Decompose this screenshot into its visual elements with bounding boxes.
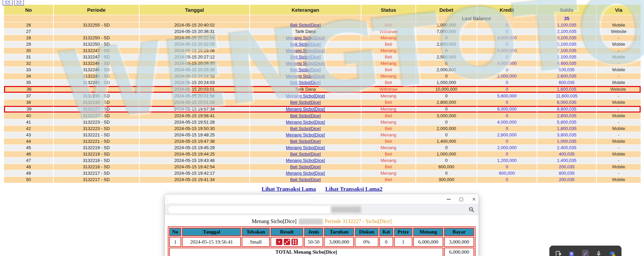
cell-via: -	[597, 132, 641, 138]
zoom-search-icon[interactable]	[468, 207, 475, 214]
bet-column-header-kei: Kei	[379, 228, 393, 236]
minimize-icon[interactable]	[447, 199, 451, 200]
keterangan-link[interactable]: Menang Sicbo[Dice]	[286, 93, 325, 98]
cell-saldo: 7,100,035	[537, 48, 597, 54]
table-row: 303132247 - SD2024-05-15 20:28:06Menang …	[4, 48, 641, 54]
teams-icon[interactable]: T	[568, 250, 575, 256]
folder-warning-icon[interactable]: !	[609, 250, 616, 256]
cell-via: Mobile	[597, 138, 641, 144]
cell-periode: 3132247 - SD	[54, 54, 140, 60]
cell-kredit: 2,000,000	[477, 145, 537, 151]
cell-kredit: 0	[477, 177, 537, 183]
keterangan-link[interactable]: Menang Sicbo[Dice]	[286, 120, 325, 125]
cell-via: -	[597, 158, 641, 164]
close-icon[interactable]: ✕	[472, 197, 476, 202]
cell-via: Mobile	[597, 126, 641, 132]
floating-toolbar: T !	[549, 246, 622, 256]
keterangan-link[interactable]: Beli Sicbo[Dice]	[290, 100, 320, 105]
cell-no: 33	[4, 67, 54, 73]
keterangan-link[interactable]: Beli Sicbo[Dice]	[290, 80, 320, 85]
popup-titlebar[interactable]: ✕	[165, 194, 479, 204]
cell-no: 37	[4, 93, 54, 99]
cell-keterangan: Beli Sicbo[Dice]	[250, 54, 361, 60]
keterangan-link[interactable]: Menang Sicbo[Dice]	[286, 158, 325, 163]
cell-tanggal: 2024-05-15 19:50:30	[140, 126, 250, 132]
cell-kredit: 0	[477, 164, 537, 170]
cell-tanggal: 2024-05-15 20:32:59	[140, 35, 250, 41]
table-row: 453132219 - SD2024-05-15 19:45:29Menang …	[4, 145, 641, 151]
keterangan-link[interactable]: Beli Sicbo[Dice]	[290, 126, 320, 131]
die-1-icon	[276, 239, 283, 245]
bet-column-header-no: No	[169, 228, 181, 236]
cell-debet: 7,000,000	[416, 29, 477, 35]
cell-keterangan: Menang Sicbo[Dice]	[250, 158, 361, 164]
address-bar[interactable]	[168, 206, 356, 213]
cell-kredit: 0	[477, 41, 537, 47]
keterangan-link[interactable]: Beli Sicbo[Dice]	[290, 139, 320, 144]
keterangan-link[interactable]: Menang Sicbo[Dice]	[286, 35, 325, 40]
keterangan-link[interactable]: Beli Sicbo[Dice]	[290, 23, 320, 28]
cell-debet: 0	[416, 106, 477, 113]
cell-periode: 3132221 - SD	[54, 132, 140, 138]
cell-saldo: 11,600,035	[537, 93, 597, 99]
footer-link-2[interactable]: Lihat Transaksi Lama2	[325, 186, 382, 192]
cell-keterangan: Beli Sicbo[Dice]	[250, 177, 361, 183]
cell-saldo: 5,100,035	[537, 41, 597, 47]
cell-no: 41	[4, 119, 54, 125]
cell-kredit: 0	[477, 80, 537, 86]
cell-tanggal: 2024-05-15 20:26:30	[140, 60, 250, 67]
keterangan-link[interactable]: Beli Sicbo[Dice]	[290, 67, 320, 72]
cell-saldo: 8,800,035	[537, 106, 597, 113]
cell-keterangan: Tarik Dana	[250, 86, 361, 93]
cell-keterangan: Beli Sicbo[Dice]	[250, 67, 361, 73]
keterangan-link[interactable]: Menang Sicbo[Dice]	[286, 61, 325, 66]
cell-keterangan: Beli Sicbo[Dice]	[250, 99, 361, 105]
cell-debet: 0	[416, 35, 477, 41]
cell-saldo: 3,800,035	[537, 132, 597, 138]
cell-no: 42	[4, 126, 54, 132]
keterangan-link[interactable]: Beli Sicbo[Dice]	[290, 113, 320, 118]
cell-saldo: 6,000,035	[537, 99, 597, 105]
cell-status: Menang	[361, 106, 416, 113]
keterangan-link[interactable]: Beli Sicbo[Dice]	[290, 164, 320, 169]
keterangan-link[interactable]: Beli Sicbo[Dice]	[290, 152, 320, 157]
cell-keterangan: Beli Sicbo[Dice]	[250, 126, 361, 132]
table-row: 463132219 - SD2024-05-15 19:44:25Beli Si…	[4, 151, 641, 157]
cell-no: 30	[4, 48, 54, 54]
cell-debet: 600,000	[416, 164, 477, 170]
restore-icon[interactable]	[459, 198, 463, 201]
prev-page-button[interactable]: <<	[3, 0, 12, 5]
next-page-button[interactable]: >>	[14, 0, 24, 5]
keterangan-link[interactable]: Menang Sicbo[Dice]	[286, 171, 325, 176]
cell-keterangan: Menang Sicbo[Dice]	[250, 93, 361, 99]
keterangan-link[interactable]: Beli Sicbo[Dice]	[290, 177, 320, 182]
keterangan-link[interactable]: Menang Sicbo[Dice]	[286, 145, 325, 150]
export-document-icon[interactable]	[555, 250, 562, 256]
cell-periode: 3132255 - SD	[54, 22, 140, 28]
keterangan-link[interactable]: Menang Sicbo[Dice]	[286, 48, 325, 53]
footer-link-1[interactable]: Lihat Transaksi Lama	[261, 186, 316, 192]
popup-title-prefix: Menang Sicbo[Dice]	[252, 218, 297, 224]
cell-saldo: 1,400,035	[537, 158, 597, 164]
cell-tanggal: 2024-05-15 20:03:01	[140, 86, 250, 93]
table-row: 473132218 - SD2024-05-15 19:43:48Menang …	[4, 158, 641, 164]
cell-saldo: 2,800,035	[537, 113, 597, 119]
cell-debet: 3,000,000	[416, 113, 477, 119]
cell-no: 47	[4, 158, 54, 164]
cell-saldo: 200,035	[537, 177, 597, 183]
keterangan-link[interactable]: Beli Sicbo[Dice]	[290, 54, 320, 59]
keterangan-link[interactable]: Beli Sicbo[Dice]	[290, 42, 320, 47]
feather-icon[interactable]	[582, 250, 589, 256]
bet-column-header-taruhan: Taruhan	[324, 228, 354, 236]
browser-tab[interactable]	[167, 196, 312, 203]
keterangan-link[interactable]: Menang Sicbo[Dice]	[286, 106, 325, 112]
cell-tanggal: 2024-05-15 20:01:08	[140, 99, 250, 105]
cell-kredit: 0	[477, 54, 537, 60]
keterangan-link[interactable]: Menang Sicbo[Dice]	[286, 132, 325, 137]
cell-keterangan: Menang Sicbo[Dice]	[250, 145, 361, 151]
cell-status: Beli	[361, 54, 416, 60]
microphone-icon[interactable]	[595, 250, 602, 256]
keterangan-link[interactable]: Menang Sicbo[Dice]	[286, 74, 325, 79]
table-row: 483132218 - SD2024-05-15 19:42:54Beli Si…	[4, 164, 641, 170]
column-header-tanggal: Tanggal	[140, 5, 250, 15]
